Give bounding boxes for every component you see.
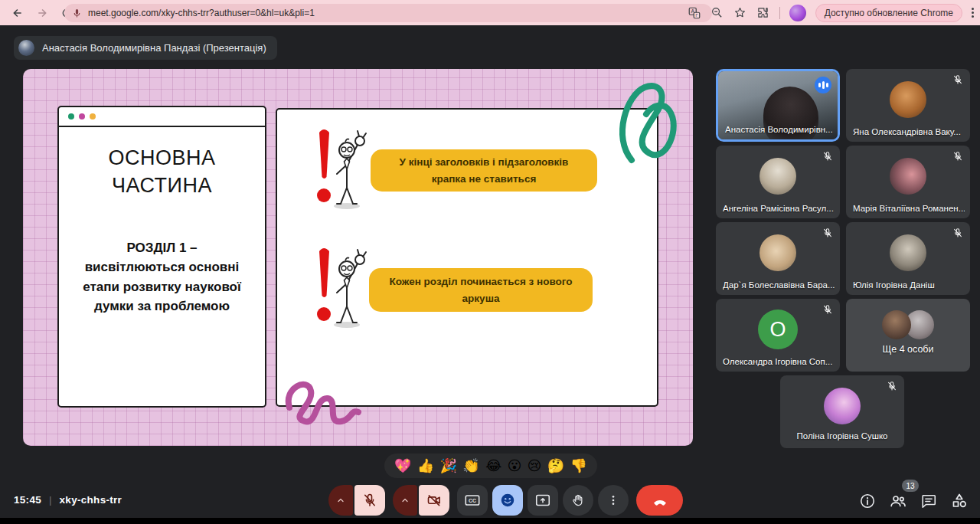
slide-right-card: У кінці заголовків і підзаголовків крапк… — [276, 108, 658, 407]
participant-tile[interactable]: Яна Олександрівна Ваку... — [846, 69, 970, 142]
mic-muted-icon — [822, 151, 833, 162]
slide-note-1: У кінці заголовків і підзаголовків крапк… — [371, 149, 597, 192]
bookmark-star-icon[interactable] — [733, 6, 747, 20]
clock-time: 15:45 — [14, 494, 41, 506]
present-button[interactable] — [528, 485, 558, 516]
translate-icon[interactable]: AГ — [688, 6, 701, 20]
mic-muted-icon — [952, 151, 963, 162]
address-bar[interactable]: meet.google.com/xky-chhs-trr?authuser=0&… — [64, 4, 712, 22]
activities-panel-icon[interactable] — [949, 491, 969, 511]
slide-left-card: ОСНОВНА ЧАСТИНА РОЗДІЛ 1 – висвітлюються… — [57, 106, 266, 408]
slide-body-text: висвітлюються основні етапи розвитку нау… — [71, 257, 253, 316]
google-meet-window: meet.google.com/xky-chhs-trr?authuser=0&… — [0, 0, 980, 524]
mic-muted-icon — [822, 304, 833, 315]
presenter-avatar — [18, 40, 34, 56]
participant-name: Марія Віталіївна Романен... — [853, 204, 965, 213]
mic-permission-icon — [72, 8, 82, 18]
slide-title: ОСНОВНА ЧАСТИНА — [59, 144, 265, 200]
mic-muted-button[interactable] — [354, 485, 385, 516]
participant-tile[interactable]: Юлія Ігорівна Даніш — [846, 222, 970, 295]
participant-tile[interactable]: О Олександра Ігорівна Соп... — [716, 299, 840, 372]
more-participants-label: Ще 4 особи — [882, 344, 933, 355]
slide-note-1-text: У кінці заголовків і підзаголовків крапк… — [384, 154, 583, 187]
zoom-out-icon[interactable] — [710, 6, 724, 20]
back-icon[interactable] — [11, 6, 24, 20]
camera-options-chevron[interactable] — [393, 485, 417, 516]
camera-off-button[interactable] — [419, 485, 449, 516]
window-dot-green — [68, 113, 74, 120]
forward-icon[interactable] — [35, 6, 49, 20]
info-panel-icon[interactable] — [858, 491, 877, 511]
info-separator: | — [49, 494, 52, 506]
camera-control-group — [393, 485, 449, 516]
participant-avatar — [760, 158, 796, 195]
toolbar-divider — [779, 7, 780, 19]
participant-avatar — [890, 158, 926, 195]
raise-hand-button[interactable] — [563, 485, 593, 516]
slide-note-2-text: Кожен розділ починається з нового аркуша — [383, 273, 579, 306]
reactions-button[interactable] — [492, 485, 523, 516]
mic-muted-icon — [952, 228, 963, 238]
teal-scribble-decoration — [612, 80, 689, 168]
reaction-thumbs-up[interactable]: 👍 — [417, 459, 434, 473]
participant-tile[interactable]: Ангеліна Рамісівна Расул... — [716, 146, 840, 218]
reaction-laugh[interactable]: 😂 — [485, 459, 501, 473]
mic-options-chevron[interactable] — [328, 485, 353, 516]
participant-name: Олександра Ігорівна Соп... — [723, 357, 832, 366]
window-dot-yellow — [90, 113, 96, 120]
participant-name: Юлія Ігорівна Даніш — [853, 280, 935, 290]
slide-note-2: Кожен розділ починається з нового аркуша — [369, 268, 593, 312]
mic-muted-icon — [952, 74, 963, 85]
speaking-indicator-icon — [815, 77, 831, 93]
chrome-update-button[interactable]: Доступно обновление Chrome — [815, 4, 962, 22]
reaction-heart[interactable]: 💖 — [394, 459, 411, 473]
participant-name: Яна Олександрівна Ваку... — [853, 127, 961, 136]
more-participants-tile[interactable]: Ще 4 особи — [846, 299, 970, 372]
slide-body-heading: РОЗДІЛ 1 – — [71, 238, 253, 258]
presenter-name: Анастасія Володимирівна Пандазі (Презент… — [42, 42, 266, 54]
participant-avatar — [890, 81, 926, 118]
shared-presentation: ОСНОВНА ЧАСТИНА РОЗДІЛ 1 – висвітлюються… — [23, 69, 693, 446]
browser-toolbar: meet.google.com/xky-chhs-trr?authuser=0&… — [0, 0, 980, 25]
exclamation-figure-2 — [312, 245, 369, 331]
presenter-banner: Анастасія Володимирівна Пандазі (Презент… — [14, 36, 277, 60]
mic-muted-icon — [822, 228, 833, 238]
reaction-thumbs-down[interactable]: 👎 — [570, 459, 586, 473]
extensions-icon[interactable] — [756, 6, 770, 20]
participant-initial-avatar: О — [758, 309, 798, 349]
browser-profile-avatar[interactable] — [789, 5, 806, 21]
mic-control-group — [328, 485, 385, 516]
reaction-surprised[interactable]: 😮 — [507, 459, 521, 473]
svg-text:CC: CC — [469, 498, 476, 503]
more-participants-avatars — [882, 310, 934, 339]
captions-button[interactable]: CC — [457, 485, 488, 516]
reaction-party[interactable]: 🎉 — [440, 459, 457, 473]
slide-window-chrome — [59, 107, 265, 127]
exclamation-figure-1 — [312, 126, 369, 212]
participant-tile[interactable]: Поліна Ігорівна Сушко — [780, 375, 904, 448]
reaction-thinking[interactable]: 🤔 — [547, 459, 564, 473]
participant-tile[interactable]: Марія Віталіївна Романен... — [846, 146, 970, 218]
participant-avatar — [890, 234, 926, 271]
participant-avatar — [760, 234, 796, 271]
mic-muted-icon — [887, 381, 897, 391]
reaction-clap[interactable]: 👏 — [462, 459, 479, 473]
browser-menu-icon[interactable] — [972, 8, 974, 18]
window-dot-magenta — [79, 113, 85, 120]
participants-count-badge: 13 — [902, 480, 919, 492]
participants-panel-icon[interactable] — [888, 491, 908, 511]
svg-text:Г: Г — [695, 13, 697, 18]
chat-panel-icon[interactable] — [919, 491, 939, 511]
meeting-code: xky-chhs-trr — [60, 494, 122, 506]
end-call-button[interactable] — [636, 485, 683, 516]
reaction-cry[interactable]: 😢 — [528, 459, 542, 473]
url-text: meet.google.com/xky-chhs-trr?authuser=0&… — [88, 8, 315, 18]
participant-tile[interactable]: Дар`я Болеславівна Бара... — [716, 222, 840, 295]
participant-avatar — [824, 388, 861, 424]
more-options-button[interactable] — [598, 485, 629, 516]
meeting-info: 15:45 | xky-chhs-trr — [14, 494, 122, 506]
reactions-bar: 💖 👍 🎉 👏 😂 😮 😢 🤔 👎 — [384, 454, 597, 478]
call-controls: CC — [328, 485, 683, 516]
participant-tile[interactable]: Анастасія Володимирівн... — [716, 69, 840, 142]
chrome-update-label: Доступно обновление Chrome — [825, 8, 953, 18]
